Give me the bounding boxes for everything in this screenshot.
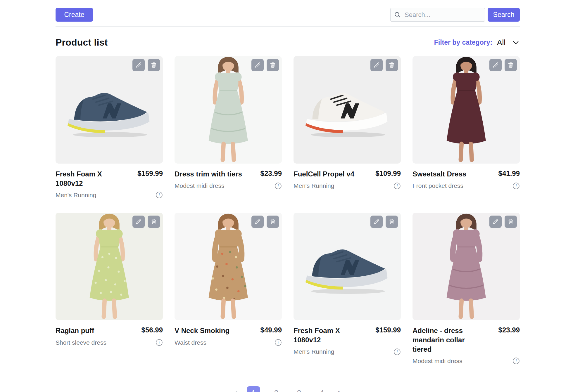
svg-text:i: i [516,359,517,363]
edit-product-button[interactable] [132,216,145,228]
product-price: $23.99 [260,169,282,178]
product-card: Fresh Foam X 1080v12 $159.99 Men's Runni… [294,213,401,365]
pagination-page-2[interactable]: 2 [270,386,283,392]
pagination-page-4[interactable]: 4 [315,386,329,392]
info-icon[interactable]: i [512,357,520,365]
delete-product-button[interactable] [267,59,279,71]
product-category: Men's Running [294,348,334,355]
edit-product-button[interactable] [489,216,502,228]
trash-icon [507,218,514,225]
product-name: Raglan puff [56,326,94,335]
delete-product-button[interactable] [267,216,279,228]
delete-product-button[interactable] [505,216,517,228]
product-photo [300,234,394,299]
delete-product-button[interactable] [386,216,398,228]
pagination-prev[interactable]: < [233,389,237,392]
category-filter-dropdown[interactable]: Filter by category: All [434,38,520,47]
product-photo [186,213,271,320]
product-card: Raglan puff $56.99 Short sleeve dress i [56,213,163,365]
product-card: Adeline - dress mandarin collar tiered $… [413,213,520,365]
product-card: FuelCell Propel v4 $109.99 Men's Running… [294,56,401,199]
edit-product-button[interactable] [251,216,264,228]
product-name: Dress trim with tiers [175,169,242,179]
product-grid: Fresh Foam X 1080v12 $159.99 Men's Runni… [56,56,520,365]
product-category: Modest midi dress [175,182,224,189]
filter-selected-value: All [497,38,505,47]
product-image [175,56,282,164]
edit-product-button[interactable] [132,59,145,71]
create-button[interactable]: Create [56,8,93,22]
product-card: V Neck Smoking $49.99 Waist dress i [175,213,282,365]
search-input[interactable] [390,8,485,22]
pencil-icon [254,62,261,69]
pagination-page-3[interactable]: 3 [292,386,306,392]
pagination: <1234> [56,386,520,392]
product-photo [186,56,271,164]
chevron-down-icon [512,39,520,46]
pagination-next[interactable]: > [338,389,342,392]
product-price: $109.99 [375,169,401,178]
product-photo [67,213,152,320]
svg-text:i: i [397,350,398,354]
svg-text:i: i [278,184,279,188]
product-category: Men's Running [294,182,334,189]
trash-icon [150,62,157,69]
info-icon[interactable]: i [156,191,163,199]
product-name: V Neck Smoking [175,326,229,335]
product-photo [424,56,509,164]
product-image [56,213,163,320]
product-name: Fresh Foam X 1080v12 [294,326,367,344]
trash-icon [507,62,514,69]
trash-icon [269,218,276,225]
trash-icon [269,62,276,69]
info-icon[interactable]: i [393,348,401,355]
pencil-icon [492,62,499,69]
magnifier-icon [394,11,401,18]
product-category: Front pocket dress [413,182,463,189]
pencil-icon [492,218,499,225]
product-name: Fresh Foam X 1080v12 [56,169,129,188]
product-name: Adeline - dress mandarin collar tiered [413,326,486,354]
product-price: $159.99 [375,326,401,334]
search-button[interactable]: Search [488,8,520,22]
product-name: Sweetsalt Dress [413,169,466,179]
trash-icon [150,218,157,225]
svg-text:i: i [516,184,517,188]
product-price: $159.99 [137,169,163,178]
pencil-icon [135,62,142,69]
pagination-page-1[interactable]: 1 [247,386,260,392]
product-image [56,56,163,164]
product-image [294,213,401,320]
trash-icon [388,62,395,69]
edit-product-button[interactable] [251,59,264,71]
product-name: FuelCell Propel v4 [294,169,354,179]
svg-text:i: i [159,193,160,197]
product-card: Sweetsalt Dress $41.99 Front pocket dres… [413,56,520,199]
info-icon[interactable]: i [275,182,282,190]
edit-product-button[interactable] [370,216,383,228]
info-icon[interactable]: i [156,339,163,346]
product-photo [300,78,394,142]
edit-product-button[interactable] [370,59,383,71]
product-category: Short sleeve dress [56,339,106,346]
delete-product-button[interactable] [148,59,160,71]
pencil-icon [254,218,261,225]
info-icon[interactable]: i [275,339,282,346]
info-icon[interactable]: i [512,182,520,190]
delete-product-button[interactable] [386,59,398,71]
product-category: Modest midi dress [413,358,462,365]
product-image [175,213,282,320]
edit-product-button[interactable] [489,59,502,71]
svg-text:i: i [278,340,279,345]
svg-text:i: i [159,340,160,345]
info-icon[interactable]: i [393,182,401,190]
delete-product-button[interactable] [148,216,160,228]
pencil-icon [373,62,380,69]
search-group: Search [390,8,520,22]
product-price: $23.99 [498,326,520,334]
delete-product-button[interactable] [505,59,517,71]
product-price: $56.99 [141,326,163,334]
product-price: $41.99 [498,169,520,178]
product-card: Dress trim with tiers $23.99 Modest midi… [175,56,282,199]
page-title: Product list [56,37,108,48]
